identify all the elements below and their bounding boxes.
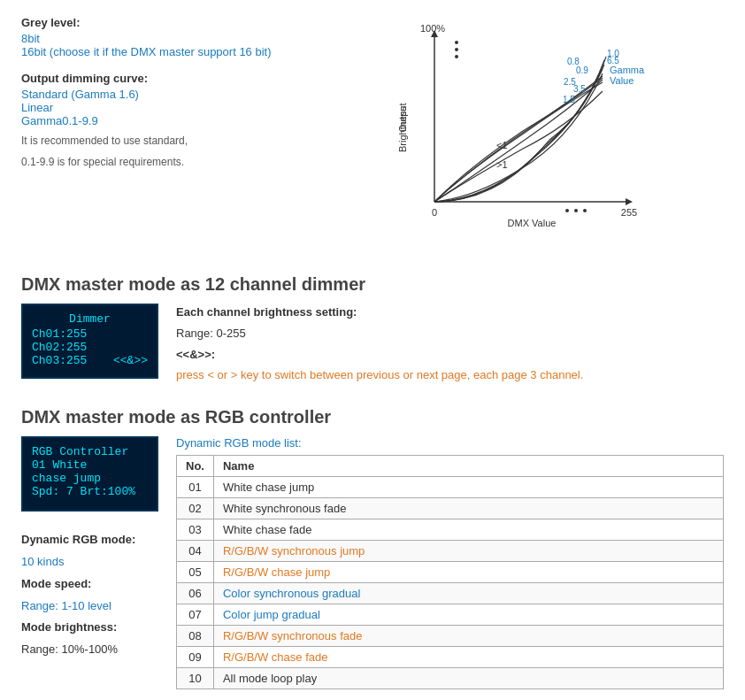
mode-speed-label: Mode speed:	[21, 577, 91, 590]
lcd-ch02: Ch02:255	[32, 341, 148, 354]
svg-text:>1: >1	[496, 159, 508, 170]
cell-name: R/G/B/W chase fade	[213, 647, 723, 668]
svg-text:1.5: 1.5	[563, 95, 575, 104]
nav-desc: press < or > key to switch between previ…	[176, 366, 724, 385]
grey-level-label: Grey level:	[21, 16, 304, 29]
dimmer-lcd: Dimmer Ch01:255 Ch02:255 Ch03:255 <<&>>	[21, 304, 158, 379]
cell-name: Color synchronous gradual	[213, 583, 723, 604]
dimmer-section: DMX master mode as 12 channel dimmer Dim…	[21, 274, 724, 388]
cell-no: 01	[177, 477, 214, 498]
rgb-lcd: RGB Controller 01 White chase jump Spd: …	[21, 436, 158, 512]
svg-text:Brightness: Brightness	[397, 106, 408, 152]
chart-svg: 100% 0 255 DMX Value Output Brightness G…	[390, 25, 656, 255]
table-row: 02White synchronous fade	[177, 498, 724, 519]
channel-range: Range: 0-255	[176, 325, 724, 343]
svg-text:0: 0	[432, 207, 437, 218]
cell-name: R/G/B/W synchronous fade	[213, 626, 723, 647]
cell-name: White chase jump	[213, 477, 723, 498]
cell-no: 06	[177, 583, 214, 604]
rgb-meta: Dynamic RGB mode: 10 kinds Mode speed: R…	[21, 531, 158, 663]
svg-point-17	[583, 209, 587, 212]
cell-no: 07	[177, 604, 214, 626]
rgb-heading: DMX master mode as RGB controller	[21, 407, 724, 427]
lcd-ch01: Ch01:255	[32, 327, 148, 341]
rgb-left: RGB Controller 01 White chase jump Spd: …	[21, 436, 158, 663]
dynamic-mode-label: Dynamic RGB mode:	[21, 533, 135, 546]
table-row: 01White chase jump	[177, 477, 724, 498]
mode-brightness-value: Range: 10%-100%	[21, 641, 158, 659]
lcd-nav: <<&>>	[113, 354, 148, 367]
channel-info-label: Each channel brightness setting:	[176, 305, 357, 319]
table-row: 03White chase fade	[177, 519, 724, 541]
rgb-lcd-line4: Spd: 7 Brt:100%	[32, 485, 148, 498]
dimmer-heading: DMX master mode as 12 channel dimmer	[21, 274, 724, 295]
gamma-link[interactable]: Gamma0.1-9.9	[21, 114, 98, 127]
svg-point-13	[455, 48, 458, 51]
cell-name: R/G/B/W chase jump	[213, 562, 723, 583]
table-row: 08R/G/B/W synchronous fade	[177, 626, 724, 647]
left-panel: Grey level: 8bit 16bit (choose it if the…	[21, 16, 304, 255]
svg-point-16	[574, 209, 578, 212]
linear-link[interactable]: Linear	[21, 101, 53, 114]
cell-no: 03	[177, 519, 214, 541]
col-no: No.	[177, 456, 214, 477]
lcd-title: Dimmer	[32, 312, 148, 326]
cell-no: 10	[177, 668, 214, 689]
svg-text:Value: Value	[610, 75, 634, 86]
svg-text:DMX Value: DMX Value	[508, 218, 557, 228]
cell-no: 09	[177, 647, 214, 668]
table-row: 04R/G/B/W synchronous jump	[177, 541, 724, 562]
cell-name: Color jump gradual	[213, 604, 723, 626]
svg-text:3.5: 3.5	[573, 84, 586, 94]
svg-text:100%: 100%	[420, 25, 445, 34]
rgb-section: DMX master mode as RGB controller RGB Co…	[21, 407, 724, 689]
rgb-table-body: 01White chase jump02White synchronous fa…	[177, 477, 724, 689]
svg-text:<1: <1	[496, 140, 508, 150]
table-header-row: No. Name	[177, 456, 724, 477]
table-row: 07Color jump gradual	[177, 604, 724, 626]
rgb-table: No. Name 01White chase jump02White synch…	[176, 455, 724, 689]
standard-link[interactable]: Standard (Gamma 1.6)	[21, 88, 139, 101]
svg-point-12	[455, 41, 458, 44]
nav-label: <<&>>:	[176, 348, 215, 361]
table-row: 05R/G/B/W chase jump	[177, 562, 724, 583]
cell-no: 02	[177, 498, 214, 519]
col-name: Name	[213, 456, 723, 477]
table-row: 06Color synchronous gradual	[177, 583, 724, 604]
cell-no: 08	[177, 626, 214, 647]
cell-name: All mode loop play	[213, 668, 723, 689]
note1: It is recommended to use standard,	[21, 133, 304, 149]
dynamic-rgb-label: Dynamic RGB mode list:	[176, 436, 724, 450]
rgb-layout: RGB Controller 01 White chase jump Spd: …	[21, 436, 724, 689]
channel-info: Each channel brightness setting: Range: …	[176, 304, 724, 388]
rgb-right: Dynamic RGB mode list: No. Name 01White …	[176, 436, 724, 689]
dynamic-mode-value: 10 kinds	[21, 553, 158, 572]
svg-text:0.9: 0.9	[576, 65, 588, 75]
table-row: 09R/G/B/W chase fade	[177, 647, 724, 668]
gamma-chart: 100% 0 255 DMX Value Output Brightness G…	[390, 25, 656, 255]
svg-text:6.5: 6.5	[607, 56, 619, 65]
dimming-curve-label: Output dimming curve:	[21, 72, 304, 85]
rgb-lcd-line1: RGB Controller	[32, 445, 148, 458]
top-section: Grey level: 8bit 16bit (choose it if the…	[21, 16, 724, 255]
rgb-lcd-line3: chase jump	[32, 472, 148, 485]
rgb-lcd-line2: 01 White	[32, 458, 148, 472]
8bit-link[interactable]: 8bit	[21, 32, 40, 45]
lcd-ch03-row: Ch03:255 <<&>>	[32, 354, 148, 367]
16bit-link[interactable]: 16bit (choose it if the DMX master suppo…	[21, 45, 272, 58]
mode-brightness-label: Mode brightness:	[21, 620, 117, 634]
cell-name: R/G/B/W synchronous jump	[213, 541, 723, 562]
note2: 0.1-9.9 is for special requirements.	[21, 154, 304, 170]
svg-marker-3	[626, 198, 633, 205]
cell-name: White chase fade	[213, 519, 723, 541]
svg-point-14	[455, 55, 458, 58]
mode-speed-value: Range: 1-10 level	[21, 597, 158, 616]
table-row: 10All mode loop play	[177, 668, 724, 689]
dmx-layout: Dimmer Ch01:255 Ch02:255 Ch03:255 <<&>> …	[21, 304, 724, 388]
svg-point-15	[565, 209, 569, 212]
lcd-ch03: Ch03:255	[32, 354, 87, 367]
svg-text:Gamma: Gamma	[610, 65, 645, 75]
cell-no: 05	[177, 562, 214, 583]
svg-text:255: 255	[621, 207, 637, 218]
cell-no: 04	[177, 541, 214, 562]
